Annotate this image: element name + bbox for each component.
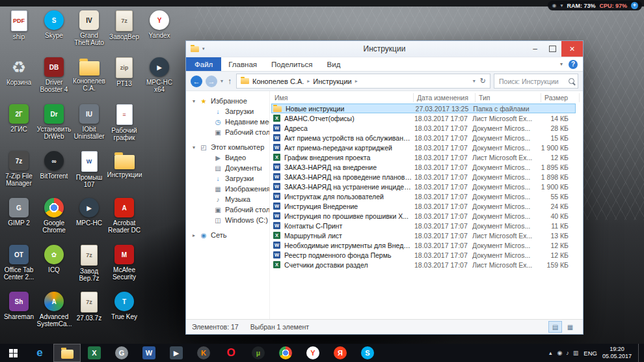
file-row[interactable]: Адреса 18.03.2017 17:07 Документ Micros.…: [271, 123, 576, 133]
taskbar-app-icon[interactable]: S: [361, 346, 374, 359]
desktop-icon[interactable]: A Acrobat Reader DC: [107, 195, 142, 242]
file-row[interactable]: Контакты С-Принт 18.03.2017 17:07 Докуме…: [271, 221, 576, 230]
title-bar[interactable]: ▾ Инструкции – ×: [186, 41, 583, 57]
file-row[interactable]: ЗАКАЗ-НАРЯД на устранение инцидента 18.0…: [271, 182, 576, 191]
desktop-icon[interactable]: zip РТ13: [107, 55, 142, 102]
overlay-expand-icon[interactable]: ▾: [560, 3, 563, 8]
desktop-icon[interactable]: 2Г 2ГИС: [1, 102, 36, 148]
desktop-icon[interactable]: ▶ MPC-HC x64: [142, 55, 177, 102]
desktop-icon[interactable]: Инструкции: [107, 148, 142, 195]
desktop-icon[interactable]: IV Grand Theft Auto IV: [72, 8, 107, 55]
up-button[interactable]: ↑: [226, 77, 233, 86]
file-row[interactable]: Инструкция по прошивке прошивки X... 18.…: [271, 211, 576, 221]
back-button[interactable]: ←: [191, 76, 202, 87]
tray-icon[interactable]: ♪: [566, 350, 569, 356]
clock[interactable]: 19:20 05.05.2017: [602, 346, 633, 360]
file-row[interactable]: График внедрения проекта 18.03.2017 17:0…: [271, 152, 576, 162]
desktop-icon[interactable]: Dr Установить DrWeb: [36, 102, 72, 148]
history-dropdown-icon[interactable]: ▾: [221, 78, 223, 84]
taskbar-app-slot[interactable]: G: [108, 344, 135, 362]
desktop-icon[interactable]: Google Chrome: [36, 195, 72, 242]
taskbar-app-icon[interactable]: G: [115, 346, 128, 359]
overlay-plus-button[interactable]: +: [631, 2, 638, 9]
desktop-icon[interactable]: OT Office Tab Center 2...: [1, 242, 36, 289]
search-box[interactable]: [494, 74, 578, 89]
ribbon-collapse-icon[interactable]: ▾: [560, 61, 563, 67]
desktop-icon[interactable]: T True Key: [107, 289, 142, 336]
desktop-icon[interactable]: ✿ ICQ: [36, 242, 72, 289]
nav-item[interactable]: ▦ Изображения: [186, 184, 269, 194]
record-icon[interactable]: ◉: [552, 3, 556, 8]
taskbar-app-slot[interactable]: O: [217, 344, 245, 362]
desktop-icon[interactable]: ≡ Рабочий график: [107, 102, 142, 148]
desktop-icon[interactable]: IU IObit Uninstaller: [72, 102, 107, 148]
start-button[interactable]: [0, 344, 26, 362]
desktop-icon[interactable]: S Skype: [36, 8, 72, 55]
breadcrumb-label[interactable]: Конопелев С.А.: [252, 77, 304, 85]
ribbon-tab[interactable]: Вид: [320, 57, 348, 71]
breadcrumb[interactable]: Конопелев С.А. ▸ Инструкции ▸ ▾ ↻: [236, 74, 490, 89]
file-row[interactable]: Счетчики доставки раздел 18.03.2017 17:0…: [271, 260, 576, 270]
desktop-icon[interactable]: ♻ Корзина: [1, 55, 36, 102]
tray-expand-icon[interactable]: ▴: [549, 350, 552, 356]
address-dropdown-icon[interactable]: ▾: [473, 78, 476, 84]
nav-item[interactable]: ▤ Документы: [186, 163, 269, 173]
taskbar-app-slot[interactable]: ▶: [163, 344, 190, 362]
desktop-icon[interactable]: Y Yandex: [142, 8, 177, 55]
minimize-button[interactable]: –: [526, 41, 544, 57]
column-header-name[interactable]: Имя: [271, 93, 414, 102]
column-header-date[interactable]: Дата изменения: [414, 93, 476, 102]
column-header-size[interactable]: Размер: [541, 93, 580, 102]
breadcrumb-crumb[interactable]: Инструкции ▸: [313, 77, 357, 85]
nav-item[interactable]: ▶ Видео: [186, 152, 269, 163]
file-row[interactable]: Акт приема-передачи картриджей 18.03.201…: [271, 143, 576, 152]
ribbon-tab[interactable]: Файл: [186, 57, 221, 71]
quick-access-toolbar[interactable]: ▾: [186, 46, 209, 52]
file-row[interactable]: Реестр подменного фонда Пермь 18.03.2017…: [271, 250, 576, 260]
taskbar-app-slot[interactable]: S: [354, 344, 381, 362]
help-button[interactable]: ?: [569, 60, 578, 69]
breadcrumb-separator-icon[interactable]: ▸: [307, 78, 310, 84]
view-details-button[interactable]: ▤: [548, 321, 562, 333]
tray-icon[interactable]: ◉: [557, 350, 562, 356]
refresh-icon[interactable]: ↻: [480, 77, 486, 85]
show-desktop-button[interactable]: [638, 344, 643, 362]
file-row[interactable]: АВАНС.Отчет(офисы) 18.03.2017 17:07 Лист…: [271, 113, 576, 123]
taskbar-app-slot[interactable]: X: [81, 344, 108, 362]
taskbar-app-slot[interactable]: K: [190, 344, 217, 362]
search-input[interactable]: [498, 77, 567, 86]
desktop-icon[interactable]: 7z ЗаводВер: [107, 8, 142, 55]
ribbon-tab[interactable]: Поделиться: [264, 57, 320, 71]
close-button[interactable]: ×: [561, 41, 583, 57]
language-indicator[interactable]: ENG: [584, 350, 597, 357]
desktop-icon[interactable]: 7z 7-Zip File Manager: [1, 148, 36, 195]
desktop-icon[interactable]: ▶ MPC-HC: [72, 195, 107, 242]
taskbar-app-icon[interactable]: e: [33, 346, 46, 359]
nav-item[interactable]: ◫ Windows (C:): [186, 215, 269, 225]
taskbar-app-icon[interactable]: X: [88, 346, 101, 359]
desktop-icon[interactable]: W Промыш 107: [72, 148, 107, 195]
file-row[interactable]: Акт приема устройств на обслуживани... 1…: [271, 133, 576, 143]
file-row[interactable]: Новые инструкции 27.03.2017 13:25 Папка …: [271, 104, 576, 113]
column-header-type[interactable]: Тип: [476, 93, 541, 102]
breadcrumb-label[interactable]: Инструкции: [313, 77, 351, 85]
desktop-icon[interactable]: ∞ BitTorrent: [36, 148, 72, 195]
taskbar-app-icon[interactable]: Я: [334, 346, 347, 359]
ribbon-tab[interactable]: Главная: [221, 57, 264, 71]
file-row[interactable]: ЗАКАЗ-НАРЯД на проведение плановы... 18.…: [271, 172, 576, 182]
desktop-icon[interactable]: Конопелев С.А.: [72, 55, 107, 102]
nav-item[interactable]: ▣ Рабочий стол: [186, 127, 269, 137]
qat-dropdown-icon[interactable]: ▾: [202, 46, 205, 51]
desktop-icon[interactable]: 7z 27.03.7z: [72, 289, 107, 336]
nav-item[interactable]: ▾ ◰ Этот компьютер: [186, 142, 269, 152]
nav-item[interactable]: ▣ Рабочий стол: [186, 204, 269, 215]
desktop-icon[interactable]: A Advanced SystemCa...: [36, 289, 72, 336]
taskbar-app-slot[interactable]: Я: [327, 344, 354, 362]
taskbar-app-icon[interactable]: µ: [252, 346, 265, 359]
desktop-icon[interactable]: Sh Shareman: [1, 289, 36, 336]
taskbar-app-slot[interactable]: µ: [245, 344, 272, 362]
nav-item[interactable]: ↓ Загрузки: [186, 173, 269, 184]
desktop-icon[interactable]: M McAfee Security Sc...: [107, 242, 142, 289]
taskbar-app-icon[interactable]: [61, 350, 74, 359]
tree-chevron-icon[interactable]: ▾: [191, 145, 196, 150]
